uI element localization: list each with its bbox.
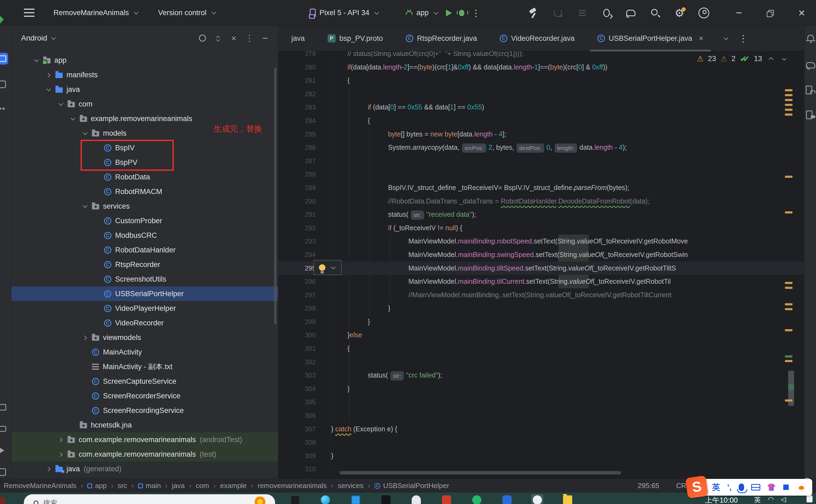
line-number[interactable]: 307 xyxy=(278,422,316,436)
stripe-mark-warning[interactable] xyxy=(785,176,792,178)
line-number[interactable]: 287 xyxy=(278,154,316,168)
line-number[interactable]: 306 xyxy=(278,409,316,422)
ime-toolbox-icon[interactable] xyxy=(782,484,790,491)
tree-item-rtsprecorder[interactable]: RtspRecorder xyxy=(11,257,278,272)
line-number[interactable]: 300 xyxy=(278,328,316,342)
code-line-282[interactable]: 282 xyxy=(278,87,804,101)
gradle-icon[interactable] xyxy=(806,60,815,70)
close-tab-icon[interactable]: × xyxy=(699,34,704,43)
chevron-expanded-icon[interactable] xyxy=(69,115,76,122)
line-number[interactable]: 304 xyxy=(278,382,316,396)
snip-tool-icon[interactable] xyxy=(410,494,422,504)
breadcrumb-item-app[interactable]: app xyxy=(87,482,106,490)
notifications-tool-button[interactable] xyxy=(0,423,8,435)
breadcrumb-item-usbserialporthelper[interactable]: USBSerialPortHelper xyxy=(374,482,449,490)
tree-item-screencaptureservice[interactable]: ScreenCaptureService xyxy=(11,374,278,389)
error-stripe[interactable] xyxy=(783,51,804,479)
line-number[interactable]: 303 xyxy=(278,369,316,382)
code-line-296[interactable]: 296MainViewModel.mainBinding.tilCurrent.… xyxy=(278,275,804,288)
code-line-290[interactable]: 290//RobotData.DataTrans _dataTrans = Ro… xyxy=(278,195,804,208)
green-app-icon[interactable] xyxy=(471,494,483,504)
line-number[interactable]: 309 xyxy=(278,449,316,463)
line-number[interactable]: 283 xyxy=(278,101,316,114)
commit-tool-button[interactable] xyxy=(0,78,8,90)
expand-collapse-icon[interactable] xyxy=(212,32,224,44)
chevron-collapsed-icon[interactable] xyxy=(45,72,52,78)
tab-options-icon[interactable]: ⋮ xyxy=(739,36,748,41)
console-tool-button[interactable] xyxy=(0,466,8,478)
tree-item-videoplayerhelper[interactable]: VideoPlayerHelper xyxy=(11,301,278,316)
code-line-303[interactable]: 303status( str: "crc failed"); xyxy=(278,369,804,382)
build-hammer-icon[interactable] xyxy=(527,7,540,19)
stripe-mark-warning[interactable] xyxy=(785,329,792,331)
edge-browser-icon[interactable] xyxy=(319,494,331,504)
stripe-mark-ok[interactable] xyxy=(785,355,792,358)
chevron-expanded-icon[interactable] xyxy=(33,57,39,64)
code-line-287[interactable]: 287 xyxy=(278,154,804,168)
notifications-bell-icon[interactable] xyxy=(806,33,815,43)
breadcrumb-item-java[interactable]: java xyxy=(172,482,185,490)
panel-options-icon[interactable] xyxy=(244,32,255,44)
tree-item-usbserialporthelper[interactable]: USBSerialPortHelper xyxy=(11,286,278,301)
chevron-expanded-icon[interactable] xyxy=(45,86,52,93)
line-number[interactable]: 297 xyxy=(278,288,316,302)
tree-item-screenshotutils[interactable]: ScreenshotUtils xyxy=(11,272,278,286)
code-line-293[interactable]: 293MainViewModel.mainBinding.robotSpeed.… xyxy=(278,235,804,248)
code-line-289[interactable]: 289BspIV.IV_struct_define _toReceiveIV= … xyxy=(278,181,804,195)
line-number[interactable]: 294 xyxy=(278,248,316,262)
rocket-app-icon[interactable] xyxy=(531,494,543,504)
code-line-300[interactable]: 300}else xyxy=(278,328,804,342)
tree-item-modbuscrc[interactable]: ModbusCRC xyxy=(11,228,278,243)
stripe-mark-warning[interactable] xyxy=(785,287,792,289)
line-number[interactable]: 284 xyxy=(278,114,316,128)
code-line-281[interactable]: 281{ xyxy=(278,74,804,87)
code-line-283[interactable]: 283if (data[0] == 0x55 && data[1] == 0x5… xyxy=(278,101,804,114)
code-line-304[interactable]: 304} xyxy=(278,382,804,396)
chevron-expanded-icon[interactable] xyxy=(57,101,64,107)
code-line-302[interactable]: 302 xyxy=(278,355,804,369)
tab-videorecorder-java[interactable]: VideoRecorder.java xyxy=(488,26,586,51)
code-line-297[interactable]: 297//MainViewModel.mainBinding..setText(… xyxy=(278,288,804,302)
stripe-mark-warning[interactable] xyxy=(785,109,792,111)
tree-scrollbar[interactable] xyxy=(274,68,277,324)
main-menu-button[interactable] xyxy=(24,9,35,17)
file-explorer-icon[interactable] xyxy=(562,494,574,504)
history-disabled-icon[interactable] xyxy=(576,7,588,19)
a-app-icon[interactable] xyxy=(380,494,392,504)
tab-java[interactable]: java xyxy=(280,26,316,51)
ime-skin-icon[interactable] xyxy=(767,484,775,491)
gradle-sync-icon[interactable] xyxy=(625,7,637,19)
line-number[interactable]: 292 xyxy=(278,221,316,235)
breadcrumb-item-removemarineanimals[interactable]: removemarineanimals xyxy=(258,482,327,490)
restore-button[interactable] xyxy=(764,7,777,19)
line-number[interactable]: 305 xyxy=(278,395,316,409)
line-number[interactable]: 288 xyxy=(278,168,316,181)
chevron-collapsed-icon[interactable] xyxy=(57,451,64,458)
line-number[interactable]: 282 xyxy=(278,87,316,101)
running-devices-icon[interactable] xyxy=(806,110,815,120)
sync-disabled-icon[interactable] xyxy=(552,7,564,19)
blue-app-icon[interactable] xyxy=(501,494,513,504)
taskbar-corner-app[interactable] xyxy=(0,498,5,504)
line-number[interactable]: 308 xyxy=(278,436,316,449)
tree-item-viewmodels[interactable]: viewmodels xyxy=(11,330,278,345)
tree-item-hcnetsdk-jna[interactable]: hcnetsdk.jna xyxy=(11,418,278,432)
code-line-292[interactable]: 292if (_toReceiveIV != null) { xyxy=(278,221,804,235)
breadcrumb-item-com[interactable]: com xyxy=(196,482,209,490)
sogou-logo-icon[interactable]: S xyxy=(685,475,708,499)
code-line-288[interactable]: 288 xyxy=(278,168,804,181)
stripe-mark-warning[interactable] xyxy=(785,104,792,106)
stripe-mark-warning[interactable] xyxy=(785,89,792,91)
tab-rtsprecorder-java[interactable]: RtspRecorder.java xyxy=(394,26,488,51)
more-actions-button[interactable]: ⋮ xyxy=(471,10,481,16)
code-line-301[interactable]: 301{ xyxy=(278,342,804,355)
chevron-collapsed-icon[interactable] xyxy=(57,436,64,443)
search-everywhere-icon[interactable] xyxy=(649,7,661,19)
close-button[interactable] xyxy=(795,7,808,19)
stripe-mark-warning[interactable] xyxy=(785,282,792,284)
tree-item-com-example-removemarineanimals[interactable]: com.example.removemarineanimals (android… xyxy=(11,432,278,447)
ime-keyboard-icon[interactable] xyxy=(751,484,760,490)
tree-item-robotdatahanlder[interactable]: RobotDataHanlder xyxy=(11,243,278,257)
line-number[interactable]: 302 xyxy=(278,355,316,369)
tree-item-customprober[interactable]: CustomProber xyxy=(11,213,278,228)
